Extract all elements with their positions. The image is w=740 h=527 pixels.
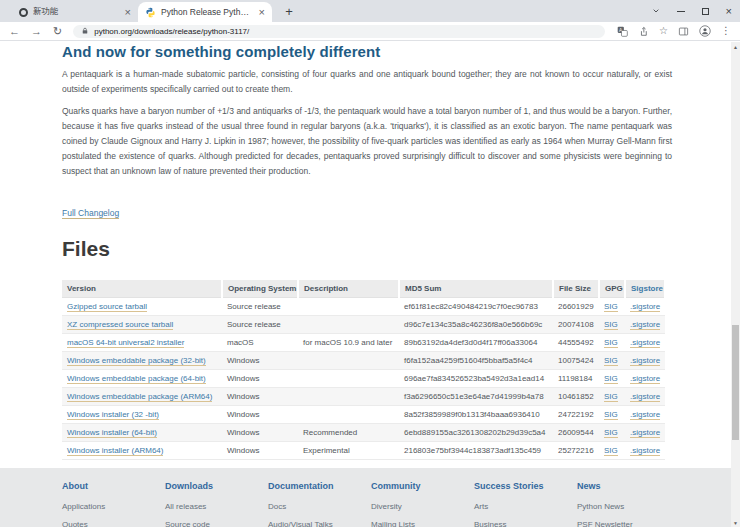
tab-title: 新功能 [33,6,120,18]
footer-link[interactable]: PSF Newsletter [577,520,680,527]
gpg-sig-link[interactable]: SIG [604,302,618,312]
footer-col-success-stories: Success Stories Arts Business [474,481,577,527]
filesize-cell: 11198184 [553,370,599,388]
col-header-version: Version [62,280,222,298]
gpg-sig-link[interactable]: SIG [604,338,618,348]
profile-avatar-icon[interactable] [699,25,711,37]
tab-whats-new[interactable]: 新功能 × [12,2,138,22]
gpg-sig-link[interactable]: SIG [604,410,618,420]
footer-col-about: About Applications Quotes [62,481,165,527]
forward-icon[interactable]: → [31,26,42,37]
os-cell: Source release [222,298,298,316]
description-cell: for macOS 10.9 and later [298,334,399,352]
scroll-down-icon[interactable]: ▼ [731,518,740,527]
version-link[interactable]: macOS 64-bit universal2 installer [67,338,184,348]
window-controls: × [652,0,732,22]
footer-heading-link[interactable]: Downloads [165,481,268,491]
site-footer: About Applications Quotes Downloads All … [0,468,731,527]
footer-link[interactable]: Diversity [371,502,474,511]
gpg-sig-link[interactable]: SIG [604,446,618,456]
col-header-filesize: File Size [553,280,599,298]
footer-heading-link[interactable]: Documentation [268,481,371,491]
gpg-sig-link[interactable]: SIG [604,356,618,366]
gpg-sig-link[interactable]: SIG [604,320,618,330]
footer-heading-link[interactable]: Success Stories [474,481,577,491]
footer-link[interactable]: Mailing Lists [371,520,474,527]
new-tab-button[interactable]: + [281,3,297,19]
filesize-cell: 25272216 [553,442,599,460]
version-link[interactable]: Windows installer (64-bit) [67,428,157,438]
filesize-cell: 10461852 [553,388,599,406]
os-cell: Windows [222,388,298,406]
sigstore-link[interactable]: .sigstore [630,446,660,456]
back-icon[interactable]: ← [9,26,20,37]
table-row: Windows embeddable package (32-bit) Wind… [62,352,665,370]
maximize-icon[interactable] [702,8,709,15]
os-cell: Windows [222,442,298,460]
menu-dots-icon[interactable]: ⋮ [721,26,731,36]
md5-cell: 6ebd889155ac3261308202b29d39c5a4 [399,424,553,442]
reload-icon[interactable]: ↻ [53,26,62,37]
version-link[interactable]: Windows embeddable package (32-bit) [67,356,206,366]
sigstore-link[interactable]: .sigstore [630,410,660,420]
description-cell [298,388,399,406]
sigstore-link[interactable]: .sigstore [630,428,660,438]
version-link[interactable]: Windows embeddable package (ARM64) [67,392,212,402]
side-panel-icon[interactable] [678,26,689,37]
col-header-sigstore: Sigstore [625,280,665,298]
tab-search-chevron-icon[interactable] [652,7,660,15]
md5-cell: 89b63192da4def3d0d4f17ff06a33064 [399,334,553,352]
sigstore-header-link[interactable]: Sigstore [631,284,663,293]
full-changelog-link[interactable]: Full Changelog [62,208,119,219]
sigstore-link[interactable]: .sigstore [630,338,660,348]
translate-icon[interactable]: A [617,26,628,37]
toolbar-actions: A ☆ ⋮ [617,25,731,37]
footer-link[interactable]: Source code [165,520,268,527]
version-link[interactable]: Windows installer (ARM64) [67,446,163,456]
version-link[interactable]: Windows embeddable package (64-bit) [67,374,206,384]
version-link[interactable]: Gzipped source tarball [67,302,147,312]
version-link[interactable]: XZ compressed source tarball [67,320,173,330]
sigstore-link[interactable]: .sigstore [630,392,660,402]
table-row: Windows embeddable package (64-bit) Wind… [62,370,665,388]
share-icon[interactable] [638,26,649,37]
gpg-sig-link[interactable]: SIG [604,392,618,402]
scrollbar-thumb[interactable] [732,325,739,440]
sigstore-link[interactable]: .sigstore [630,356,660,366]
table-row: XZ compressed source tarball Source rele… [62,316,665,334]
footer-link[interactable]: Docs [268,502,371,511]
tab-strip: 新功能 × Python Release Python 3.11.7 × + × [0,0,740,22]
scroll-up-icon[interactable]: ▲ [731,42,740,51]
description-cell [298,298,399,316]
footer-link[interactable]: All releases [165,502,268,511]
footer-link[interactable]: Business [474,520,577,527]
md5-cell: f3a6296650c51e3e64ae7d41999b4a78 [399,388,553,406]
footer-link[interactable]: Audio/Visual Talks [268,520,371,527]
page-scrollbar[interactable]: ▲ ▼ [731,42,740,527]
paragraph: A pentaquark is a human-made subatomic p… [62,67,672,97]
sigstore-link[interactable]: .sigstore [630,302,660,312]
tab-close-icon[interactable]: × [125,7,131,18]
tab-close-icon[interactable]: × [259,7,265,18]
footer-heading-link[interactable]: Community [371,481,474,491]
tab-python-release[interactable]: Python Release Python 3.11.7 × [138,2,272,22]
description-cell: Experimental [298,442,399,460]
footer-link[interactable]: Arts [474,502,577,511]
python-favicon [145,7,156,18]
page-viewport: And now for something completely differe… [0,42,731,527]
sigstore-link[interactable]: .sigstore [630,320,660,330]
footer-link[interactable]: Quotes [62,520,165,527]
paragraph: Quarks quarks have a baryon number of +1… [62,104,672,179]
minimize-icon[interactable] [677,11,685,12]
close-window-icon[interactable]: × [726,6,732,17]
bookmark-star-icon[interactable]: ☆ [659,26,668,36]
footer-heading-link[interactable]: News [577,481,680,491]
footer-link[interactable]: Applications [62,502,165,511]
gpg-sig-link[interactable]: SIG [604,428,618,438]
sigstore-link[interactable]: .sigstore [630,374,660,384]
gpg-sig-link[interactable]: SIG [604,374,618,384]
footer-heading-link[interactable]: About [62,481,165,491]
footer-link[interactable]: Python News [577,502,680,511]
address-bar[interactable]: python.org/downloads/release/python-3117… [73,25,605,38]
version-link[interactable]: Windows installer (32 -bit) [67,410,159,420]
